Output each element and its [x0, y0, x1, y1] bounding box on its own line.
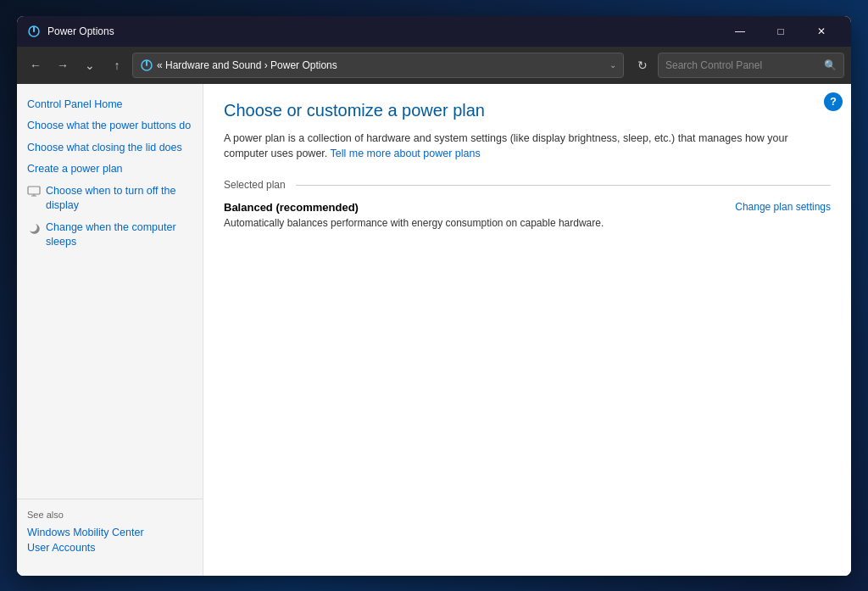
main-content: Control Panel Home Choose what the power… [17, 84, 851, 576]
help-button[interactable]: ? [824, 92, 843, 111]
window-controls: — □ ✕ [721, 18, 841, 45]
close-button[interactable]: ✕ [802, 18, 841, 45]
see-also-user-accounts[interactable]: User Accounts [27, 540, 192, 555]
selected-plan-divider [296, 185, 831, 186]
power-options-window: Power Options — □ ✕ ← → ⌄ ↑ « Hardware a… [17, 16, 851, 576]
path-icon [140, 59, 153, 72]
sidebar-item-create-plan[interactable]: Create a power plan [27, 159, 192, 181]
see-also-mobility-center[interactable]: Windows Mobility Center [27, 525, 192, 540]
sidebar-item-power-buttons[interactable]: Choose what the power buttons do [27, 115, 192, 137]
svg-rect-4 [28, 187, 40, 194]
forward-button[interactable]: → [51, 53, 75, 77]
sidebar-item-lid-closing[interactable]: Choose what closing the lid does [27, 137, 192, 159]
search-input[interactable] [665, 59, 824, 71]
plan-row: Balanced (recommended) Automatically bal… [224, 201, 831, 229]
search-icon: 🔍 [824, 59, 837, 71]
selected-plan-section: Selected plan Balanced (recommended) Aut… [224, 179, 831, 229]
window-icon [27, 25, 41, 38]
selected-plan-label: Selected plan [224, 179, 286, 191]
moon-icon [27, 221, 41, 235]
address-bar: ← → ⌄ ↑ « Hardware and Sound › Power Opt… [17, 47, 851, 84]
up-button[interactable]: ↑ [105, 53, 129, 77]
sidebar-nav: Control Panel Home Choose what the power… [17, 94, 203, 499]
window-title: Power Options [47, 25, 721, 37]
description-text: A power plan is a collection of hardware… [224, 132, 788, 160]
change-plan-settings-link[interactable]: Change plan settings [735, 201, 831, 213]
plan-description: Automatically balances performance with … [224, 217, 718, 229]
title-bar: Power Options — □ ✕ [17, 16, 851, 47]
sidebar-item-control-panel-home[interactable]: Control Panel Home [27, 94, 192, 116]
refresh-button[interactable]: ↻ [631, 53, 654, 77]
maximize-button[interactable]: □ [761, 18, 800, 45]
selected-plan-header: Selected plan [224, 179, 831, 191]
monitor-icon [27, 185, 41, 198]
plan-info: Balanced (recommended) Automatically bal… [224, 201, 718, 229]
minimize-button[interactable]: — [721, 18, 760, 45]
page-content-area: ? Choose or customize a power plan A pow… [203, 84, 851, 576]
address-path-box[interactable]: « Hardware and Sound › Power Options ⌄ [132, 53, 624, 78]
dropdown-button[interactable]: ⌄ [78, 53, 102, 77]
see-also-section: See also Windows Mobility Center User Ac… [17, 499, 203, 566]
back-button[interactable]: ← [24, 53, 47, 77]
page-description: A power plan is a collection of hardware… [224, 131, 800, 163]
sidebar-item-computer-sleeps[interactable]: Change when the computer sleeps [27, 217, 192, 254]
address-dropdown-arrow[interactable]: ⌄ [609, 60, 616, 70]
sidebar: Control Panel Home Choose what the power… [17, 84, 203, 576]
page-title: Choose or customize a power plan [224, 101, 831, 120]
sidebar-item-turn-off-display[interactable]: Choose when to turn off the display [27, 181, 192, 217]
plan-name: Balanced (recommended) [224, 201, 718, 214]
search-box[interactable]: 🔍 [658, 53, 844, 78]
see-also-label: See also [27, 510, 192, 520]
address-path-text: « Hardware and Sound › Power Options [157, 59, 606, 71]
description-link[interactable]: Tell me more about power plans [331, 148, 481, 159]
